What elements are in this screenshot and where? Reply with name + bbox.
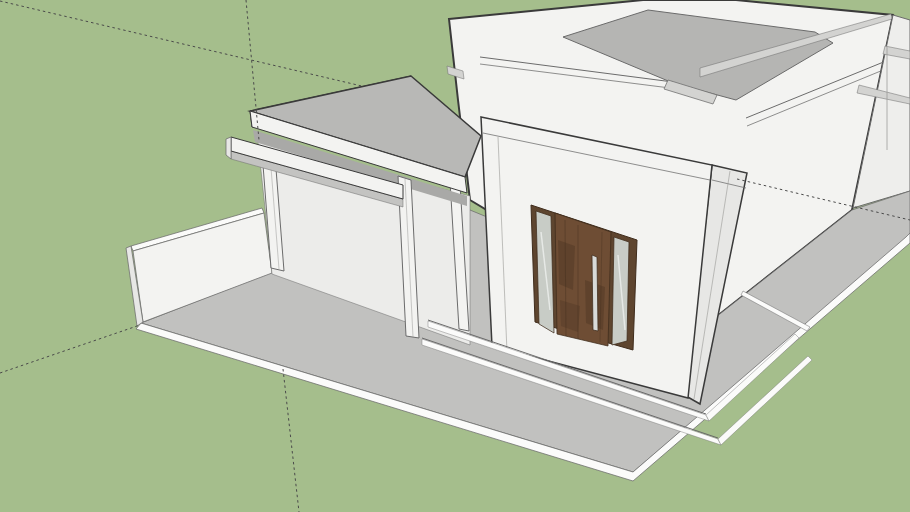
- door-handle-bar[interactable]: [592, 255, 598, 331]
- shade-beam-end-cap: [226, 137, 231, 159]
- door-sidelight-right[interactable]: [612, 237, 629, 345]
- sketchup-3d-viewport[interactable]: [0, 0, 910, 512]
- door-wood-blotch-1: [558, 240, 575, 290]
